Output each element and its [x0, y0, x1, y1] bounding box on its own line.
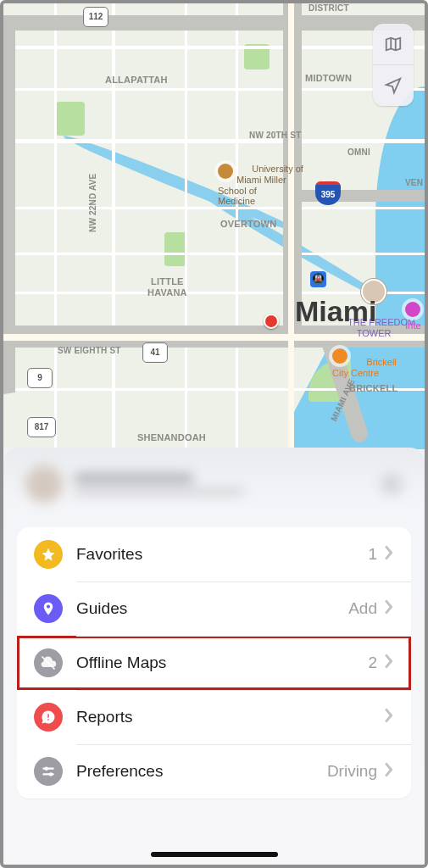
map-park [56, 102, 85, 136]
poi-icon [405, 302, 420, 317]
locate-me-button[interactable] [373, 64, 414, 106]
menu-label: Preferences [76, 762, 327, 781]
menu-row-offline-maps[interactable]: Offline Maps 2 [17, 636, 411, 690]
map-road [3, 46, 425, 49]
map-district-label: ALLAPATTAH [105, 75, 168, 85]
chevron-right-icon [384, 654, 394, 672]
menu-row-preferences[interactable]: Preferences Driving [17, 744, 411, 798]
route-shield: 41 [142, 342, 168, 363]
map-city-label: Miami [295, 295, 376, 328]
map-canvas[interactable]: 112 41 9 817 395 ALLAPATTAH MIDTOWN DIST… [3, 3, 425, 448]
map-highway [3, 15, 425, 31]
cloud-slash-icon [34, 648, 63, 677]
poi-icon [332, 348, 347, 364]
chevron-right-icon [384, 599, 394, 618]
svg-point-2 [45, 766, 49, 771]
home-indicator[interactable] [151, 852, 278, 857]
map-district-label: LITTLE HAVANA [147, 276, 187, 298]
map-park [164, 232, 186, 266]
menu-label: Offline Maps [76, 654, 368, 672]
map-street-label: NW 22ND AVE [88, 174, 97, 232]
bottom-sheet: Favorites 1 Guides Add [3, 448, 425, 865]
map-district-label: DISTRICT [308, 3, 349, 13]
svg-point-3 [49, 772, 53, 776]
route-shield: 9 [27, 368, 53, 388]
map-road [3, 207, 425, 209]
menu-label: Reports [76, 708, 377, 726]
menu-row-reports[interactable]: Reports [17, 690, 411, 744]
map-district-label: VEN [405, 178, 423, 187]
menu-label: Favorites [76, 545, 368, 564]
map-district-label: SHENANDOAH [137, 432, 206, 442]
poi-icon [218, 164, 233, 179]
map-street-label: SW EIGHTH ST [58, 346, 121, 355]
transit-icon[interactable]: 🚇 [310, 271, 326, 287]
map-road [3, 88, 425, 91]
guides-icon [34, 594, 63, 623]
profile-text [75, 473, 369, 495]
map-district-label: OMNI [347, 147, 370, 157]
map-road [3, 139, 425, 143]
sliders-icon [34, 757, 63, 786]
route-shield: 817 [27, 417, 56, 437]
avatar [25, 465, 63, 503]
chevron-right-icon [384, 545, 394, 564]
map-district-label: OVERTOWN [220, 219, 276, 229]
map-road [185, 3, 187, 448]
interstate-shield: 395 [315, 181, 341, 205]
map-road [54, 3, 57, 448]
profile-header[interactable] [3, 448, 425, 520]
map-poi-label[interactable]: University of Miami Miller School of Med… [218, 142, 285, 217]
map-road [3, 253, 425, 255]
menu-meta: Driving [327, 762, 377, 781]
menu-meta: 1 [368, 545, 377, 564]
menu-label: Guides [76, 599, 348, 618]
poi-text: Inte [405, 320, 420, 331]
star-icon [34, 540, 63, 569]
close-icon[interactable] [381, 473, 403, 495]
map-street-label: NW 20TH ST [249, 131, 301, 140]
map-road [112, 3, 115, 448]
menu-meta: 2 [368, 654, 377, 672]
map-controls [373, 24, 414, 106]
chevron-right-icon [384, 708, 394, 726]
menu-row-favorites[interactable]: Favorites 1 [17, 527, 411, 581]
map-district-label: MIDTOWN [305, 73, 352, 83]
route-shield: 112 [83, 7, 108, 27]
map-major-road [288, 3, 294, 448]
device-frame: 112 41 9 817 395 ALLAPATTAH MIDTOWN DIST… [0, 0, 428, 868]
chevron-right-icon [384, 762, 394, 781]
map-pin[interactable] [264, 314, 279, 329]
menu-meta: Add [348, 599, 377, 618]
menu-row-guides[interactable]: Guides Add [17, 581, 411, 636]
map-poi-label[interactable]: Inte [402, 302, 425, 331]
menu-card: Favorites 1 Guides Add [17, 527, 411, 798]
map-highway [292, 190, 427, 202]
map-mode-button[interactable] [373, 24, 414, 64]
alert-bubble-icon [34, 703, 63, 732]
map-poi-label[interactable]: Brickell City Centre [332, 336, 379, 389]
